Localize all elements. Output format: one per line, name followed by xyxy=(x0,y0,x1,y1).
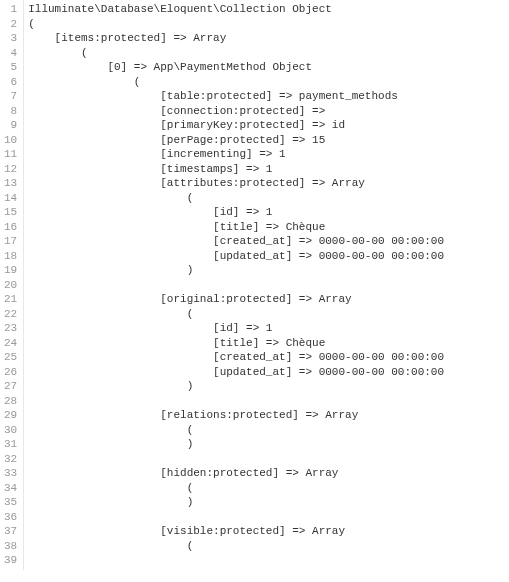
code-line: [updated_at] => 0000-00-00 00:00:00 xyxy=(28,249,444,264)
code-line: ( xyxy=(28,17,444,32)
line-number: 5 xyxy=(4,60,17,75)
code-line: [visible:protected] => Array xyxy=(28,524,444,539)
line-number: 15 xyxy=(4,205,17,220)
code-line xyxy=(28,278,444,293)
code-line: [title] => Chèque xyxy=(28,336,444,351)
line-number: 29 xyxy=(4,408,17,423)
code-line: ( xyxy=(28,191,444,206)
line-number: 16 xyxy=(4,220,17,235)
code-line: [primaryKey:protected] => id xyxy=(28,118,444,133)
code-line: [timestamps] => 1 xyxy=(28,162,444,177)
line-number: 26 xyxy=(4,365,17,380)
code-line xyxy=(28,510,444,525)
code-line: [perPage:protected] => 15 xyxy=(28,133,444,148)
code-line: [table:protected] => payment_methods xyxy=(28,89,444,104)
line-number: 7 xyxy=(4,89,17,104)
line-number: 12 xyxy=(4,162,17,177)
code-line: [id] => 1 xyxy=(28,205,444,220)
line-number: 11 xyxy=(4,147,17,162)
code-line xyxy=(28,394,444,409)
line-number: 18 xyxy=(4,249,17,264)
line-number: 36 xyxy=(4,510,17,525)
line-number: 32 xyxy=(4,452,17,467)
line-number: 6 xyxy=(4,75,17,90)
code-line: ( xyxy=(28,539,444,554)
line-number: 33 xyxy=(4,466,17,481)
code-line: [connection:protected] => xyxy=(28,104,444,119)
code-line: Illuminate\Database\Eloquent\Collection … xyxy=(28,2,444,17)
code-line: [attributes:protected] => Array xyxy=(28,176,444,191)
line-number: 31 xyxy=(4,437,17,452)
line-number: 9 xyxy=(4,118,17,133)
line-number: 17 xyxy=(4,234,17,249)
code-line: [0] => App\PaymentMethod Object xyxy=(28,60,444,75)
line-number: 22 xyxy=(4,307,17,322)
code-line: [items:protected] => Array xyxy=(28,31,444,46)
code-line xyxy=(28,553,444,568)
code-line: ( xyxy=(28,307,444,322)
code-line: [id] => 1 xyxy=(28,321,444,336)
line-number: 13 xyxy=(4,176,17,191)
code-line: ( xyxy=(28,46,444,61)
code-line: ( xyxy=(28,481,444,496)
line-number: 27 xyxy=(4,379,17,394)
code-line: ) xyxy=(28,495,444,510)
line-number: 28 xyxy=(4,394,17,409)
code-line: [hidden:protected] => Array xyxy=(28,466,444,481)
line-number: 21 xyxy=(4,292,17,307)
line-number: 20 xyxy=(4,278,17,293)
line-number: 23 xyxy=(4,321,17,336)
code-line: [title] => Chèque xyxy=(28,220,444,235)
line-number: 8 xyxy=(4,104,17,119)
line-number-gutter: 1234567891011121314151617181920212223242… xyxy=(0,0,24,570)
code-line: [created_at] => 0000-00-00 00:00:00 xyxy=(28,350,444,365)
line-number: 14 xyxy=(4,191,17,206)
line-number: 24 xyxy=(4,336,17,351)
line-number: 4 xyxy=(4,46,17,61)
line-number: 19 xyxy=(4,263,17,278)
line-number: 38 xyxy=(4,539,17,554)
code-line: ) xyxy=(28,263,444,278)
code-content: Illuminate\Database\Eloquent\Collection … xyxy=(24,0,444,570)
line-number: 25 xyxy=(4,350,17,365)
line-number: 2 xyxy=(4,17,17,32)
line-number: 10 xyxy=(4,133,17,148)
code-line xyxy=(28,452,444,467)
code-line: ( xyxy=(28,423,444,438)
code-line: ) xyxy=(28,437,444,452)
code-line: [original:protected] => Array xyxy=(28,292,444,307)
code-line: [incrementing] => 1 xyxy=(28,147,444,162)
line-number: 1 xyxy=(4,2,17,17)
line-number: 39 xyxy=(4,553,17,568)
code-line: ) xyxy=(28,379,444,394)
code-line: [created_at] => 0000-00-00 00:00:00 xyxy=(28,234,444,249)
line-number: 34 xyxy=(4,481,17,496)
code-line: ( xyxy=(28,75,444,90)
line-number: 30 xyxy=(4,423,17,438)
code-line: [updated_at] => 0000-00-00 00:00:00 xyxy=(28,365,444,380)
line-number: 37 xyxy=(4,524,17,539)
line-number: 3 xyxy=(4,31,17,46)
code-line: [relations:protected] => Array xyxy=(28,408,444,423)
line-number: 35 xyxy=(4,495,17,510)
